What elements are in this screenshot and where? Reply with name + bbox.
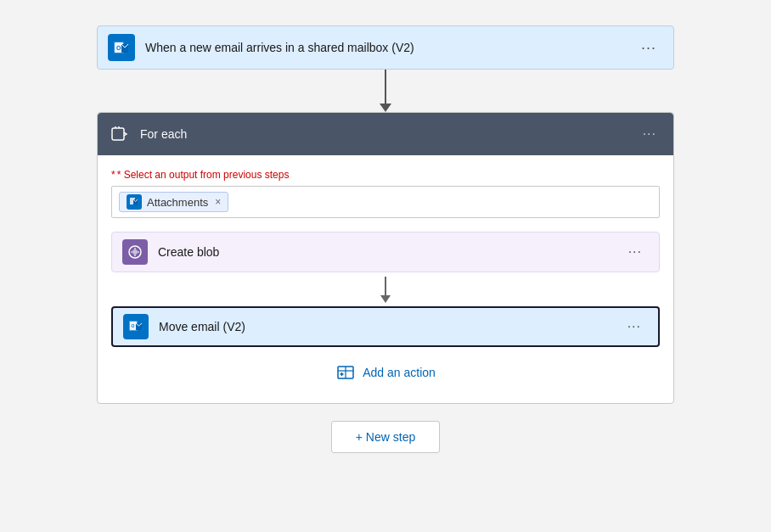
- add-action-button[interactable]: Add an action: [335, 362, 436, 383]
- blob-to-moveemail-arrow: [111, 272, 660, 306]
- add-action-row: Add an action: [111, 347, 660, 389]
- outlook-trigger-icon: O: [108, 34, 135, 61]
- trigger-more-button[interactable]: ···: [634, 36, 663, 60]
- attachments-token: Attachments ×: [119, 192, 228, 212]
- move-email-label: Move email (V2): [159, 320, 621, 333]
- foreach-icon: [108, 122, 132, 146]
- arrow-line: [385, 70, 386, 104]
- move-email-icon: O: [123, 314, 149, 339]
- trigger-to-foreach-arrow: [380, 70, 391, 112]
- create-blob-block: Create blob ···: [111, 232, 660, 272]
- token-outlook-icon: [127, 194, 142, 210]
- foreach-label: For each: [140, 127, 636, 141]
- add-action-icon: [335, 362, 356, 383]
- create-blob-label: Create blob: [158, 245, 622, 259]
- arrow-head: [380, 104, 391, 112]
- foreach-more-button[interactable]: ···: [636, 123, 663, 145]
- foreach-header: For each ···: [98, 113, 673, 155]
- trigger-label: When a new email arrives in a shared mai…: [145, 41, 634, 54]
- svg-text:O: O: [132, 323, 135, 328]
- token-remove-button[interactable]: ×: [215, 196, 221, 208]
- create-blob-more-button[interactable]: ···: [622, 241, 649, 263]
- token-input[interactable]: Attachments ×: [111, 186, 660, 218]
- inner-arrow-head: [380, 295, 391, 303]
- svg-rect-4: [112, 128, 124, 140]
- foreach-container: For each ··· ** Select an output from pr…: [97, 112, 674, 404]
- move-email-more-button[interactable]: ···: [621, 316, 648, 338]
- canvas: O When a new email arrives in a shared m…: [0, 0, 771, 532]
- token-label: Attachments: [147, 196, 208, 209]
- svg-point-8: [132, 249, 138, 255]
- required-asterisk: *: [111, 169, 115, 181]
- new-step-row: + New step: [331, 421, 440, 453]
- move-email-block: O Move email (V2) ···: [111, 306, 660, 347]
- select-output-label: ** Select an output from previous steps: [111, 169, 660, 181]
- svg-text:O: O: [116, 45, 121, 51]
- trigger-block: O When a new email arrives in a shared m…: [97, 25, 674, 70]
- blob-icon: [122, 239, 148, 265]
- foreach-body: ** Select an output from previous steps …: [98, 155, 673, 403]
- add-action-label: Add an action: [363, 366, 436, 379]
- new-step-button[interactable]: + New step: [331, 421, 440, 453]
- inner-arrow-line: [385, 277, 386, 295]
